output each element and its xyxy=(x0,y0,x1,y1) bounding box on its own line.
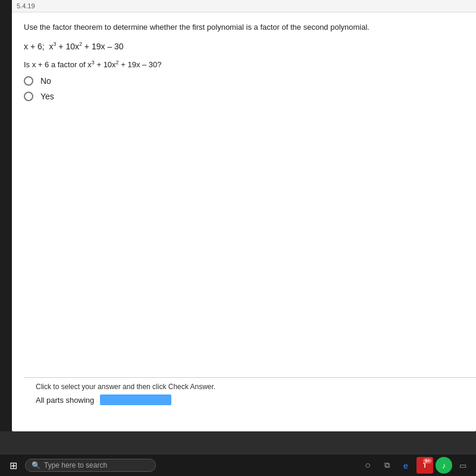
all-parts-label: All parts showing xyxy=(36,396,94,405)
taskbar-icons: ○ ⧉ e T 9+ ♪ ▭ xyxy=(359,457,471,474)
edge-button[interactable]: e xyxy=(397,457,414,474)
edge-icon: e xyxy=(403,461,408,471)
status-bar: Click to select your answer and then cli… xyxy=(24,377,476,410)
radio-yes[interactable] xyxy=(24,92,33,101)
question-text: Is x + 6 a factor of x3 + 10x2 + 19x – 3… xyxy=(24,60,464,69)
polynomial-line: x + 6; x3 + 10x2 + 19x – 30 xyxy=(24,41,464,51)
teams-badge: 9+ xyxy=(423,458,432,464)
taskbar: ⊞ 🔍 Type here to search ○ ⧉ e T 9+ ♪ xyxy=(0,455,476,476)
option-yes-label: Yes xyxy=(40,92,54,101)
timestamp: 5.4.19 xyxy=(17,2,35,10)
radio-no[interactable] xyxy=(24,76,33,86)
search-icon: 🔍 xyxy=(32,461,40,469)
search-placeholder: Type here to search xyxy=(44,461,107,469)
unknown-app-button[interactable]: ▭ xyxy=(455,457,471,474)
left-bezel xyxy=(0,0,12,431)
option-no[interactable]: No xyxy=(24,76,464,86)
title-bar: 5.4.19 xyxy=(12,0,476,12)
content-area: Use the factor theorem to determine whet… xyxy=(12,12,476,426)
spotify-button[interactable]: ♪ xyxy=(436,457,452,474)
teams-button[interactable]: T 9+ xyxy=(416,457,433,474)
cortana-button[interactable]: ○ xyxy=(359,457,376,474)
spotify-icon: ♪ xyxy=(442,461,446,470)
click-instruction: Click to select your answer and then cli… xyxy=(36,383,464,391)
start-button[interactable]: ⊞ xyxy=(5,457,21,474)
unknown-app-icon: ▭ xyxy=(459,461,466,470)
progress-bar xyxy=(100,394,171,405)
option-no-label: No xyxy=(40,76,51,86)
browser-area: 5.4.19 Use the factor theorem to determi… xyxy=(12,0,476,431)
option-yes[interactable]: Yes xyxy=(24,92,464,101)
task-view-icon: ⧉ xyxy=(384,461,390,470)
task-view-button[interactable]: ⧉ xyxy=(378,457,395,474)
cortana-icon: ○ xyxy=(365,460,371,471)
taskbar-search-box[interactable]: 🔍 Type here to search xyxy=(25,459,156,472)
screen-wrapper: 5.4.19 Use the factor theorem to determi… xyxy=(0,0,476,476)
windows-icon: ⊞ xyxy=(10,460,17,471)
instruction-text: Use the factor theorem to determine whet… xyxy=(24,22,464,33)
all-parts-row: All parts showing xyxy=(36,394,464,405)
